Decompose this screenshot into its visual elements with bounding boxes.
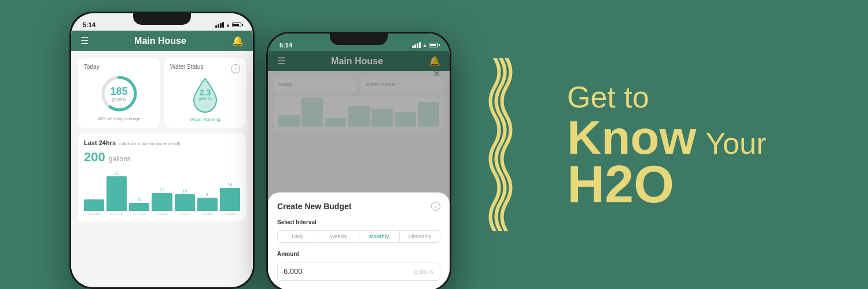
bar[interactable]: [220, 188, 240, 211]
bar[interactable]: [197, 198, 218, 211]
water-drop-container: 2.3 gal/min: [189, 76, 221, 113]
water-status-card: Water Status i 2.3 gal/min: [164, 58, 246, 128]
today-label: Today: [84, 64, 154, 70]
bar-group[interactable]: 512:00pm: [129, 198, 149, 216]
bar-time-label: 10:00pm: [87, 212, 101, 216]
bar-time-label: 2:00pm: [179, 212, 190, 216]
water-drop-value: 2.3 gal/min: [198, 88, 212, 101]
bar-group[interactable]: 2111:00pm: [106, 171, 127, 216]
water-running-label: Water Running: [190, 117, 220, 122]
last24-label: Last 24hrs: [84, 139, 116, 146]
bell-icon-back[interactable]: 🔔: [232, 35, 244, 46]
flow-unit: gal/min: [198, 97, 212, 101]
total-gallons: 200 gallons: [84, 150, 240, 165]
info-icon-water[interactable]: i: [231, 64, 240, 73]
gauge-unit: gallons: [110, 97, 127, 102]
bar[interactable]: [175, 194, 195, 211]
bar-value-label: 8: [206, 192, 208, 197]
bar[interactable]: [106, 176, 127, 211]
last24-hint: (click on a bar for more detail): [119, 141, 181, 146]
select-interval-label: Select Interval: [277, 219, 440, 225]
modal-sheet: Create New Budget i Select Interval Dail…: [268, 192, 450, 289]
notch-back: [133, 13, 191, 25]
bar-group[interactable]: 111:00pm: [152, 188, 172, 216]
bar-time-label: 11:00pm: [110, 212, 123, 216]
status-time-back: 5:14: [83, 21, 95, 28]
notch-front: [330, 34, 388, 45]
flow-rate: 2.3: [198, 88, 212, 97]
headline-your: Your: [705, 128, 766, 158]
bar-time-label: 1:00pm: [156, 212, 168, 216]
last-24hrs-section: Last 24hrs (click on a bar for more deta…: [78, 134, 246, 221]
bar-time-label: 12:00pm: [133, 212, 146, 216]
app-content-back: Today 185 gallons: [71, 51, 253, 287]
tab-monthly[interactable]: Monthly: [359, 231, 400, 242]
battery-front: [429, 43, 438, 47]
total-gallons-unit: gallons: [109, 155, 131, 163]
bar-group[interactable]: 83:00pm: [197, 192, 218, 216]
water-status-label: Water Status: [170, 64, 203, 70]
bar-group[interactable]: 710:00pm: [84, 194, 104, 216]
amount-unit: gallons: [408, 264, 440, 280]
right-text-section: Get to Know Your H2O: [509, 0, 868, 289]
bar-value-label: 21: [115, 171, 119, 175]
phone-back-screen: 5:14 ▲ ☰ Main House: [71, 13, 253, 287]
tab-bimonthly[interactable]: Bimonthly: [400, 231, 440, 242]
tab-daily[interactable]: Daily: [278, 231, 318, 242]
headline-h2o: H2O: [567, 161, 868, 208]
interval-tabs: Daily Weekly Monthly Bimonthly: [277, 230, 440, 243]
info-icon-modal[interactable]: i: [431, 202, 440, 211]
bar-value-label: 7: [93, 194, 95, 198]
bar-time-label: 4:00pm: [224, 212, 236, 216]
headline-get-to: Get to: [567, 81, 868, 114]
bar[interactable]: [152, 193, 172, 211]
bar-value-label: 11: [160, 188, 164, 192]
status-time-front: 5:14: [279, 42, 292, 49]
bar-value-label: 5: [138, 198, 141, 202]
status-icons-back: ▲: [215, 22, 241, 28]
today-card: Today 185 gallons: [78, 58, 160, 128]
gauge-container: 185 gallons 40% of daily average: [84, 73, 154, 121]
status-icons-front: ▲: [412, 42, 438, 48]
phone-front: 5:14 ▲ ☰ Main House: [266, 32, 451, 289]
bar-group[interactable]: 102:00pm: [175, 189, 195, 216]
headline-know: Know: [567, 114, 696, 161]
hamburger-icon[interactable]: ☰: [80, 35, 89, 46]
modal-header: Create New Budget i: [277, 202, 440, 211]
tab-weekly[interactable]: Weekly: [318, 231, 359, 242]
modal-title: Create New Budget: [277, 202, 351, 211]
battery-back: [232, 23, 241, 27]
amount-input-row: gallons: [277, 262, 440, 281]
section-header: Last 24hrs (click on a bar for more deta…: [84, 139, 240, 146]
wifi-icon-front: ▲: [422, 43, 427, 48]
amount-label: Amount: [277, 251, 440, 257]
gauge-number: 185: [110, 86, 127, 97]
app-title-back: Main House: [89, 36, 232, 46]
amount-input[interactable]: [278, 262, 408, 280]
bar[interactable]: [84, 199, 104, 211]
bar[interactable]: [129, 203, 149, 211]
gauge-value: 185 gallons: [110, 86, 127, 102]
bar-time-label: 3:00pm: [201, 212, 213, 216]
water-status-header: Water Status i: [170, 64, 240, 73]
modal-overlay: Create New Budget i Select Interval Dail…: [268, 34, 450, 289]
bar-group[interactable]: 144:00pm: [220, 183, 240, 216]
close-modal-button[interactable]: ✕: [433, 68, 440, 79]
bar-chart[interactable]: 710:00pm2111:00pm512:00pm111:00pm102:00p…: [84, 169, 240, 216]
cards-row: Today 185 gallons: [78, 58, 246, 128]
daily-average: 40% of daily average: [97, 116, 141, 121]
gauge: 185 gallons: [99, 73, 139, 114]
wifi-icon-back: ▲: [226, 23, 230, 28]
app-header-back: ☰ Main House 🔔: [71, 31, 253, 51]
total-gallons-number: 200: [84, 150, 105, 164]
phone-back: 5:14 ▲ ☰ Main House: [69, 12, 255, 289]
bar-value-label: 14: [228, 183, 233, 187]
phone-front-screen: 5:14 ▲ ☰ Main House: [268, 34, 450, 289]
bar-value-label: 10: [182, 189, 187, 193]
